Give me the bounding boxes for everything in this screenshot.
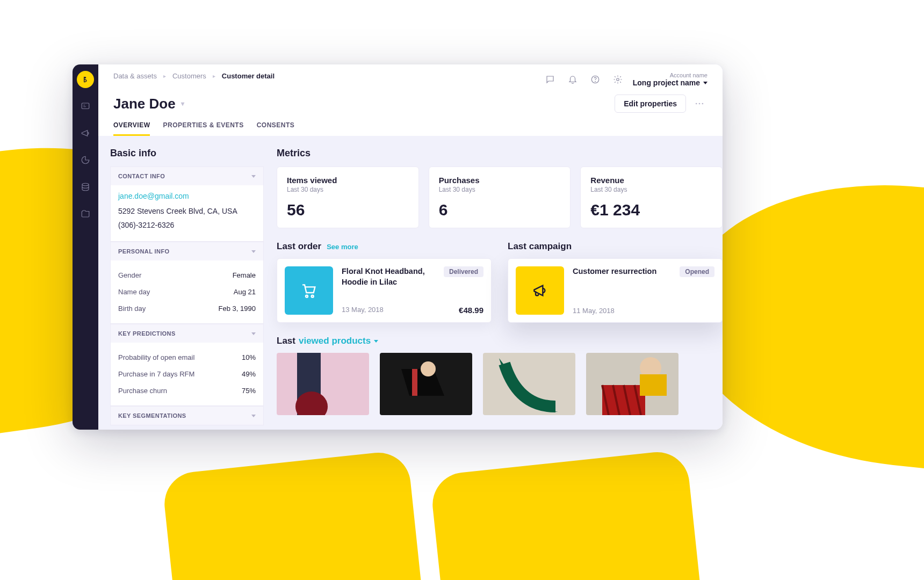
chevron-down-icon: ▾ (181, 100, 184, 107)
project-name: Long project name (633, 78, 700, 87)
last-order-card[interactable]: Floral Knot Headband, Hoodie in Lilac De… (277, 258, 492, 323)
page-title: Jane Doe (113, 96, 176, 112)
svg-rect-19 (640, 374, 667, 396)
breadcrumb-sep: ▸ (163, 73, 166, 79)
personal-info-section: PERSONAL INFO GenderFemale Name dayAug 2… (110, 242, 264, 324)
svg-point-3 (595, 81, 595, 82)
personal-info-header[interactable]: PERSONAL INFO (111, 242, 263, 260)
metrics-heading: Metrics (277, 148, 723, 159)
nav-analytics-icon[interactable] (77, 151, 94, 169)
svg-point-6 (699, 103, 701, 105)
breadcrumb-item-data-assets[interactable]: Data & assets (113, 72, 157, 80)
main-area: Data & assets ▸ Customers ▸ Customer det… (98, 64, 723, 430)
personal-row: Name dayAug 21 (118, 284, 256, 300)
breadcrumb-sep: ▸ (213, 73, 215, 79)
customer-name-dropdown[interactable]: Jane Doe ▾ (113, 96, 184, 112)
product-thumb[interactable] (380, 353, 472, 415)
account-label: Account name (633, 72, 708, 78)
prediction-row: Purchase churn75% (118, 382, 256, 399)
campaign-title: Customer resurrection (573, 266, 656, 277)
chevron-down-icon (374, 340, 378, 343)
viewed-products-dropdown[interactable]: Last viewed products (277, 336, 723, 346)
svg-rect-0 (82, 103, 89, 109)
order-date: 13 May, 2018 (342, 306, 384, 315)
status-badge: Delivered (444, 266, 483, 277)
chevron-down-icon (251, 250, 256, 253)
chevron-down-icon (251, 332, 256, 335)
status-badge: Opened (680, 266, 714, 277)
tab-properties-events[interactable]: PROPERTIES & EVENTS (163, 121, 243, 136)
basic-info-panel: Basic info CONTACT INFO jane.doe@gmail.c… (98, 136, 264, 430)
metric-card-revenue: Revenue Last 30 days €1 234 (580, 166, 723, 228)
svg-point-7 (702, 103, 704, 105)
personal-info-label: PERSONAL INFO (118, 248, 169, 255)
megaphone-icon (516, 266, 564, 315)
sidebar (73, 64, 98, 430)
svg-point-5 (696, 103, 697, 105)
svg-point-14 (421, 361, 436, 376)
segmentations-header[interactable]: KEY SEGMENTATIONS (111, 407, 263, 425)
chevron-down-icon (251, 175, 256, 178)
tab-consents[interactable]: CONSENTS (257, 121, 295, 136)
customer-address: 5292 Stevens Creek Blvd, CA, USA (118, 207, 256, 215)
bell-icon[interactable] (565, 72, 580, 87)
more-menu-icon[interactable] (691, 96, 708, 112)
bg-accent-bottom-2 (429, 449, 709, 580)
last-campaign-card[interactable]: Customer resurrection Opened 11 May, 201… (508, 258, 723, 323)
customer-email[interactable]: jane.doe@gmail.com (118, 192, 256, 200)
contact-info-label: CONTACT INFO (118, 173, 165, 179)
comments-icon[interactable] (543, 72, 558, 87)
chevron-down-icon (251, 415, 256, 417)
svg-point-8 (306, 295, 308, 298)
last-campaign-heading: Last campaign (508, 241, 572, 252)
tabs: OVERVIEW PROPERTIES & EVENTS CONSENTS (113, 121, 708, 136)
contact-info-section: CONTACT INFO jane.doe@gmail.com 5292 Ste… (110, 166, 264, 242)
product-thumb[interactable] (277, 353, 369, 415)
svg-rect-13 (412, 369, 417, 396)
breadcrumb-item-current: Customer detail (222, 72, 275, 80)
chevron-down-icon (703, 82, 708, 84)
viewed-products-prefix: Last (277, 336, 295, 346)
last-order-heading: Last order (277, 241, 321, 252)
svg-point-4 (617, 78, 619, 81)
logo-icon[interactable] (77, 71, 94, 88)
segmentations-section: KEY SEGMENTATIONS (110, 406, 264, 425)
edit-properties-button[interactable]: Edit properties (615, 95, 686, 113)
product-thumb[interactable] (483, 353, 575, 415)
contact-info-header[interactable]: CONTACT INFO (111, 167, 263, 185)
overview-main: Metrics Items viewed Last 30 days 56 Pur… (264, 136, 723, 430)
order-title: Floral Knot Headband, Hoodie in Lilac (342, 266, 438, 287)
segmentations-label: KEY SEGMENTATIONS (118, 412, 186, 419)
campaign-date: 11 May, 2018 (573, 307, 615, 315)
predictions-label: KEY PREDICTIONS (118, 330, 176, 337)
personal-row: Birth dayFeb 3, 1990 (118, 300, 256, 317)
metric-card-items-viewed: Items viewed Last 30 days 56 (277, 166, 419, 228)
metric-card-purchases: Purchases Last 30 days 6 (429, 166, 571, 228)
app-window: Data & assets ▸ Customers ▸ Customer det… (73, 64, 723, 430)
nav-campaigns-icon[interactable] (77, 125, 94, 142)
product-thumbnails (277, 353, 723, 415)
predictions-section: KEY PREDICTIONS Probability of open emai… (110, 324, 264, 406)
bg-accent-bottom-1 (161, 450, 429, 580)
basic-info-heading: Basic info (110, 148, 264, 159)
predictions-header[interactable]: KEY PREDICTIONS (111, 324, 263, 343)
viewed-products-value: viewed products (299, 336, 371, 346)
personal-row: GenderFemale (118, 267, 256, 284)
account-switcher[interactable]: Account name Long project name (633, 72, 708, 87)
nav-dashboard-icon[interactable] (77, 98, 94, 115)
customer-phone: (306)-3212-6326 (118, 221, 256, 229)
breadcrumb-item-customers[interactable]: Customers (172, 72, 206, 80)
tab-overview[interactable]: OVERVIEW (113, 121, 150, 136)
help-icon[interactable] (588, 72, 603, 87)
breadcrumb: Data & assets ▸ Customers ▸ Customer det… (113, 72, 275, 80)
gear-icon[interactable] (610, 72, 625, 87)
svg-point-9 (312, 295, 314, 298)
cart-icon (285, 266, 333, 315)
nav-data-icon[interactable] (77, 178, 94, 195)
prediction-row: Purchase in 7 days RFM49% (118, 366, 256, 382)
product-thumb[interactable] (586, 353, 678, 415)
nav-assets-icon[interactable] (77, 205, 94, 222)
see-more-link[interactable]: See more (327, 243, 358, 251)
order-price: €48.99 (459, 306, 483, 315)
topbar: Data & assets ▸ Customers ▸ Customer det… (98, 64, 723, 136)
